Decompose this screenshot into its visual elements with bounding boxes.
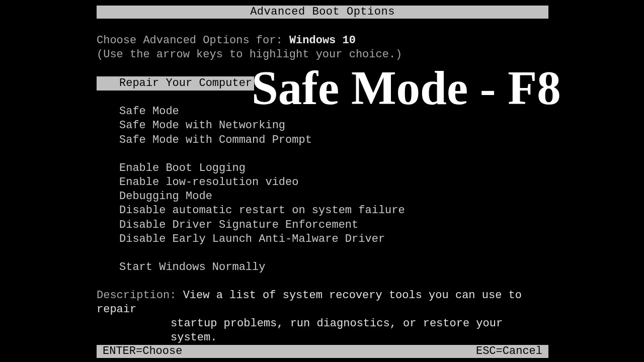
footer-cancel: ESC=Cancel	[476, 345, 542, 358]
prompt-line: Choose Advanced Options for: Windows 10	[97, 34, 356, 47]
menu-item-safe-mode-networking[interactable]: Safe Mode with Networking	[97, 119, 405, 133]
menu-item-boot-logging[interactable]: Enable Boot Logging	[97, 161, 405, 175]
description-label: Description:	[97, 289, 183, 302]
menu-spacer	[97, 246, 405, 260]
title-bar: Advanced Boot Options	[97, 6, 548, 19]
menu-item-start-normally[interactable]: Start Windows Normally	[97, 260, 405, 275]
description-text-2: startup problems, run diagnostics, or re…	[171, 317, 503, 344]
description-block: Description: View a list of system recov…	[97, 289, 549, 345]
hint-line: (Use the arrow keys to highlight your ch…	[97, 48, 402, 61]
overlay-caption: Safe Mode - F8	[252, 60, 561, 116]
footer-choose: ENTER=Choose	[103, 345, 182, 358]
menu-item-debugging[interactable]: Debugging Mode	[97, 190, 405, 204]
menu-item-low-res-video[interactable]: Enable low-resolution video	[97, 175, 405, 190]
menu-item-repair[interactable]: Repair Your Computer	[97, 76, 254, 90]
prompt-label: Choose Advanced Options for:	[97, 34, 289, 47]
os-name: Windows 10	[289, 34, 356, 47]
menu-item-disable-elam[interactable]: Disable Early Launch Anti-Malware Driver	[97, 232, 405, 246]
footer-bar: ENTER=Choose ESC=Cancel	[97, 345, 548, 358]
menu-item-safe-mode-cmd[interactable]: Safe Mode with Command Prompt	[97, 133, 405, 147]
menu-spacer	[97, 147, 405, 161]
menu-item-disable-driver-sig[interactable]: Disable Driver Signature Enforcement	[97, 218, 405, 232]
menu-item-disable-auto-restart[interactable]: Disable automatic restart on system fail…	[97, 204, 405, 218]
